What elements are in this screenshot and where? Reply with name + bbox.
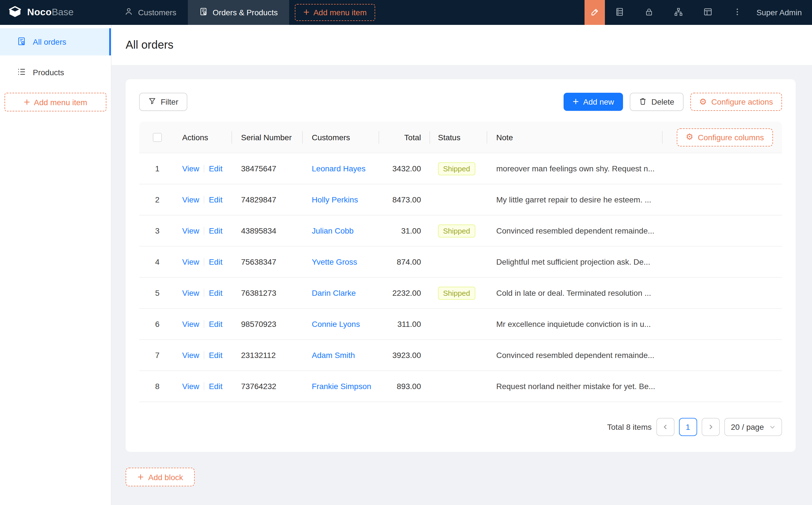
table-row: 8ViewEdit73764232Frankie Simpson893.00Re… — [139, 371, 782, 402]
customer-cell: Holly Perkins — [303, 184, 379, 215]
column-header-actions: Actions — [175, 122, 232, 153]
row-number: 8 — [139, 371, 175, 401]
pagination: Total 8 items 1 — [139, 418, 782, 436]
column-header-total: Total — [379, 122, 430, 153]
view-link[interactable]: View — [182, 164, 199, 173]
logo-text-light: Base — [52, 7, 74, 17]
add-block-button[interactable]: Add block — [126, 468, 195, 486]
sidebar-item-all-orders[interactable]: All orders — [0, 28, 111, 55]
total-cell: 311.00 — [379, 309, 430, 339]
customer-link[interactable]: Julian Cobb — [312, 226, 354, 235]
serial-number-cell: 74829847 — [232, 184, 303, 215]
nav-tab-orders-products[interactable]: Orders & Products — [187, 0, 289, 25]
total-cell: 874.00 — [379, 246, 430, 277]
table-row: 3ViewEdit43895834Julian Cobb31.00Shipped… — [139, 215, 782, 246]
user-menu[interactable]: Super Admin — [752, 0, 812, 25]
table-row: 2ViewEdit74829847Holly Perkins8473.00My … — [139, 184, 782, 215]
logo-text: NocoBase — [27, 7, 74, 18]
database-button[interactable] — [605, 0, 634, 25]
status-badge: Shipped — [438, 162, 475, 175]
column-header-status: Status — [430, 122, 487, 153]
status-badge: Shipped — [438, 287, 475, 300]
edit-link[interactable]: Edit — [209, 164, 222, 173]
pagination-prev-button[interactable] — [656, 418, 674, 436]
edit-link[interactable]: Edit — [209, 351, 222, 360]
view-link[interactable]: View — [182, 351, 199, 360]
row-number: 1 — [139, 153, 175, 184]
ui-editor-toggle-button[interactable] — [584, 0, 605, 25]
lock-button[interactable] — [634, 0, 664, 25]
view-link[interactable]: View — [182, 226, 199, 235]
status-cell — [430, 246, 487, 277]
sidebar-add-menu-item-button[interactable]: Add menu item — [5, 93, 106, 112]
plus-icon — [303, 8, 309, 17]
view-link[interactable]: View — [182, 257, 199, 266]
filter-button[interactable]: Filter — [139, 93, 187, 111]
action-separator — [204, 351, 204, 359]
database-icon — [615, 7, 624, 18]
customer-cell: Yvette Gross — [303, 246, 379, 277]
view-link[interactable]: View — [182, 195, 199, 204]
edit-link[interactable]: Edit — [209, 226, 222, 235]
nocobase-logo[interactable]: NocoBase — [0, 0, 113, 25]
add-new-button[interactable]: Add new — [563, 93, 623, 111]
note-cell: Request norland neither mistake for yet.… — [487, 371, 662, 401]
page-size-select[interactable]: 20 / page — [724, 418, 782, 436]
customer-link[interactable]: Connie Lyons — [312, 320, 360, 329]
customer-cell: Connie Lyons — [303, 309, 379, 339]
row-number: 7 — [139, 340, 175, 370]
document-check-icon — [199, 7, 208, 17]
edit-link[interactable]: Edit — [209, 289, 222, 298]
row-trailing-cell — [662, 278, 782, 308]
layout-button[interactable] — [693, 0, 722, 25]
view-link[interactable]: View — [182, 320, 199, 329]
customer-link[interactable]: Leonard Hayes — [312, 164, 366, 173]
table-row: 6ViewEdit98570923Connie Lyons311.00Mr ex… — [139, 309, 782, 340]
select-all-cell — [139, 122, 175, 153]
document-check-icon — [17, 36, 26, 47]
edit-link[interactable]: Edit — [209, 195, 222, 204]
apartment-icon — [674, 7, 683, 18]
edit-link[interactable]: Edit — [209, 382, 222, 391]
total-cell: 893.00 — [379, 371, 430, 401]
customer-link[interactable]: Yvette Gross — [312, 257, 357, 266]
status-cell — [430, 309, 487, 339]
edit-link[interactable]: Edit — [209, 257, 222, 266]
nav-tab-label: Orders & Products — [213, 8, 278, 17]
customer-cell: Leonard Hayes — [303, 153, 379, 184]
plugin-manager-button[interactable] — [664, 0, 693, 25]
filter-button-label: Filter — [161, 97, 178, 106]
customer-link[interactable]: Frankie Simpson — [312, 382, 371, 391]
pagination-page-1[interactable]: 1 — [679, 418, 697, 436]
customer-link[interactable]: Darin Clarke — [312, 289, 356, 298]
serial-number-cell: 73764232 — [232, 371, 303, 401]
nav-tab-customers[interactable]: Customers — [113, 0, 187, 25]
configure-columns-label: Configure columns — [698, 133, 764, 142]
serial-number-cell: 98570923 — [232, 309, 303, 339]
nav-tab-label: Customers — [138, 8, 176, 17]
note-cell: moreover man feelings own shy. Request n… — [487, 153, 662, 184]
sidebar-item-label: Products — [33, 68, 64, 77]
select-all-checkbox[interactable] — [153, 133, 162, 142]
view-link[interactable]: View — [182, 382, 199, 391]
navbar-add-menu-item-button[interactable]: Add menu item — [295, 4, 375, 21]
view-link[interactable]: View — [182, 289, 199, 298]
serial-number-cell: 43895834 — [232, 215, 303, 246]
status-cell: Shipped — [430, 278, 487, 308]
sidebar-item-products[interactable]: Products — [0, 59, 111, 86]
toolbar-right-actions: Add new Delete — [563, 93, 782, 111]
user-name: Super Admin — [757, 8, 802, 17]
customer-link[interactable]: Adam Smith — [312, 351, 355, 360]
navbar-add-menu-item-label: Add menu item — [313, 8, 367, 17]
plus-icon — [24, 98, 30, 107]
configure-actions-button[interactable]: ⚙ Configure actions — [690, 93, 782, 111]
action-separator — [204, 289, 204, 297]
configure-columns-button[interactable]: ⚙ Configure columns — [677, 128, 773, 146]
pagination-next-button[interactable] — [701, 418, 719, 436]
customer-link[interactable]: Holly Perkins — [312, 195, 358, 204]
row-actions-cell: ViewEdit — [175, 184, 232, 215]
layout-icon — [703, 7, 712, 18]
edit-link[interactable]: Edit — [209, 320, 222, 329]
delete-button[interactable]: Delete — [630, 93, 683, 111]
more-menu-button[interactable] — [722, 0, 752, 25]
